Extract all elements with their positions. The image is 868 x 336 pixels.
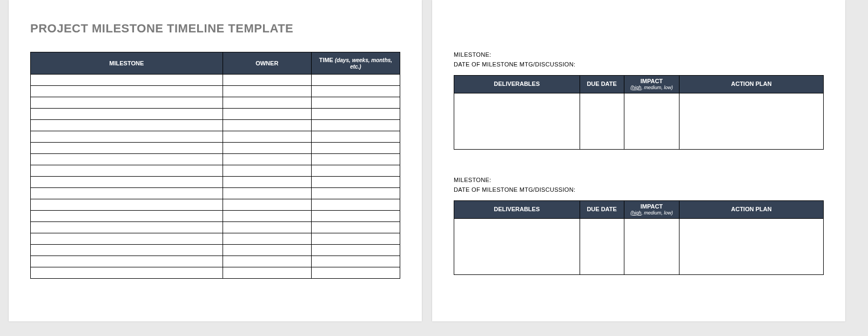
cell-milestone[interactable] bbox=[31, 165, 223, 177]
cell-owner[interactable] bbox=[223, 86, 311, 97]
col-deliverables: DELIVERABLES bbox=[454, 200, 580, 218]
cell-owner[interactable] bbox=[223, 131, 311, 143]
cell-owner[interactable] bbox=[223, 222, 311, 233]
cell-time[interactable] bbox=[311, 120, 400, 131]
cell-milestone[interactable] bbox=[31, 222, 223, 233]
cell-milestone[interactable] bbox=[31, 177, 223, 188]
detail-table: DELIVERABLESDUE DATEIMPACT(high, medium,… bbox=[454, 75, 824, 150]
cell-milestone[interactable] bbox=[31, 211, 223, 222]
cell-owner[interactable] bbox=[223, 188, 311, 199]
table-row bbox=[31, 165, 400, 177]
cell-milestone[interactable] bbox=[31, 245, 223, 256]
cell-time[interactable] bbox=[311, 233, 400, 245]
cell-action-plan[interactable] bbox=[679, 218, 824, 274]
cell-impact[interactable] bbox=[624, 218, 679, 274]
table-row bbox=[31, 109, 400, 120]
table-row bbox=[31, 86, 400, 97]
cell-due-date[interactable] bbox=[580, 93, 624, 149]
cell-due-date[interactable] bbox=[580, 218, 624, 274]
cell-milestone[interactable] bbox=[31, 256, 223, 267]
cell-milestone[interactable] bbox=[31, 86, 223, 97]
table-row bbox=[31, 267, 400, 279]
cell-owner[interactable] bbox=[223, 154, 311, 165]
cell-deliverables[interactable] bbox=[454, 93, 580, 149]
cell-owner[interactable] bbox=[223, 143, 311, 154]
cell-time[interactable] bbox=[311, 86, 400, 97]
table-row bbox=[31, 211, 400, 222]
cell-owner[interactable] bbox=[223, 97, 311, 109]
table-row bbox=[31, 256, 400, 267]
cell-owner[interactable] bbox=[223, 177, 311, 188]
cell-time[interactable] bbox=[311, 131, 400, 143]
col-due-date: DUE DATE bbox=[580, 76, 624, 93]
milestone-field-label: MILESTONE: bbox=[454, 177, 824, 183]
cell-owner[interactable] bbox=[223, 211, 311, 222]
cell-owner[interactable] bbox=[223, 120, 311, 131]
table-row bbox=[31, 143, 400, 154]
cell-milestone[interactable] bbox=[31, 97, 223, 109]
col-deliverables: DELIVERABLES bbox=[454, 76, 580, 93]
detail-header-row: DELIVERABLESDUE DATEIMPACT(high, medium,… bbox=[454, 200, 824, 218]
table-header-row: MILESTONE OWNER TIME (days, weeks, month… bbox=[31, 52, 400, 75]
table-row bbox=[31, 131, 400, 143]
cell-milestone[interactable] bbox=[31, 267, 223, 279]
cell-time[interactable] bbox=[311, 211, 400, 222]
milestone-table: MILESTONE OWNER TIME (days, weeks, month… bbox=[30, 52, 400, 279]
col-impact: IMPACT(high, medium, low) bbox=[624, 200, 679, 218]
cell-time[interactable] bbox=[311, 143, 400, 154]
col-impact: IMPACT(high, medium, low) bbox=[624, 76, 679, 93]
cell-time[interactable] bbox=[311, 188, 400, 199]
table-row bbox=[31, 245, 400, 256]
col-due-date: DUE DATE bbox=[580, 200, 624, 218]
cell-action-plan[interactable] bbox=[679, 93, 824, 149]
cell-milestone[interactable] bbox=[31, 120, 223, 131]
cell-time[interactable] bbox=[311, 199, 400, 211]
cell-time[interactable] bbox=[311, 256, 400, 267]
cell-milestone[interactable] bbox=[31, 233, 223, 245]
cell-milestone[interactable] bbox=[31, 143, 223, 154]
cell-owner[interactable] bbox=[223, 267, 311, 279]
table-row bbox=[31, 120, 400, 131]
milestone-field-label: MILESTONE: bbox=[454, 51, 824, 58]
cell-owner[interactable] bbox=[223, 109, 311, 120]
cell-milestone[interactable] bbox=[31, 188, 223, 199]
page-title: PROJECT MILESTONE TIMELINE TEMPLATE bbox=[30, 22, 400, 36]
cell-milestone[interactable] bbox=[31, 109, 223, 120]
table-row bbox=[31, 177, 400, 188]
cell-deliverables[interactable] bbox=[454, 218, 580, 274]
cell-time[interactable] bbox=[311, 165, 400, 177]
cell-owner[interactable] bbox=[223, 233, 311, 245]
col-owner: OWNER bbox=[223, 52, 311, 75]
cell-impact[interactable] bbox=[624, 93, 679, 149]
cell-milestone[interactable] bbox=[31, 199, 223, 211]
table-row bbox=[31, 154, 400, 165]
table-row bbox=[31, 233, 400, 245]
col-action-plan: ACTION PLAN bbox=[679, 200, 824, 218]
cell-time[interactable] bbox=[311, 154, 400, 165]
col-milestone: MILESTONE bbox=[31, 52, 223, 75]
cell-milestone[interactable] bbox=[31, 154, 223, 165]
cell-owner[interactable] bbox=[223, 245, 311, 256]
cell-milestone[interactable] bbox=[31, 75, 223, 86]
table-row bbox=[31, 97, 400, 109]
cell-owner[interactable] bbox=[223, 199, 311, 211]
table-row bbox=[31, 188, 400, 199]
cell-time[interactable] bbox=[311, 75, 400, 86]
detail-table: DELIVERABLESDUE DATEIMPACT(high, medium,… bbox=[454, 200, 824, 275]
date-field-label: DATE OF MILESTONE MTG/DISCUSSION: bbox=[454, 186, 824, 193]
col-action-plan: ACTION PLAN bbox=[679, 76, 824, 93]
cell-time[interactable] bbox=[311, 222, 400, 233]
cell-owner[interactable] bbox=[223, 165, 311, 177]
cell-owner[interactable] bbox=[223, 75, 311, 86]
col-time: TIME (days, weeks, months, etc.) bbox=[311, 52, 400, 75]
cell-time[interactable] bbox=[311, 177, 400, 188]
page-1: PROJECT MILESTONE TIMELINE TEMPLATE MILE… bbox=[9, 0, 422, 321]
cell-owner[interactable] bbox=[223, 256, 311, 267]
cell-time[interactable] bbox=[311, 97, 400, 109]
cell-time[interactable] bbox=[311, 109, 400, 120]
cell-time[interactable] bbox=[311, 267, 400, 279]
cell-milestone[interactable] bbox=[31, 131, 223, 143]
page-2: MILESTONE: DATE OF MILESTONE MTG/DISCUSS… bbox=[432, 0, 845, 321]
cell-time[interactable] bbox=[311, 245, 400, 256]
table-row bbox=[31, 222, 400, 233]
